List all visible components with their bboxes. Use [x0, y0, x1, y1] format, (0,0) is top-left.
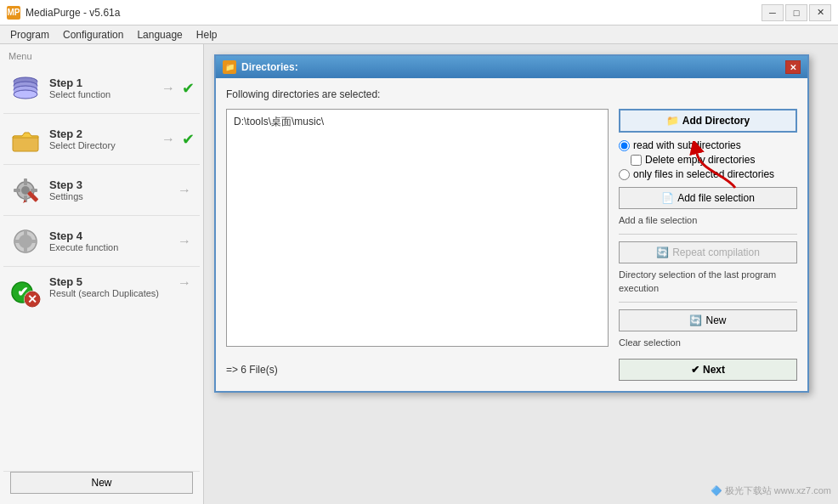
add-file-selection-helper: Add a file selection	[619, 214, 797, 227]
step4-text: Step 4 Execute function	[49, 229, 174, 252]
sidebar-new-button[interactable]: New	[10, 472, 193, 494]
refresh-icon: 🔄	[656, 246, 669, 258]
step1-text: Step 1 Select function	[49, 76, 158, 99]
menu-configuration[interactable]: Configuration	[56, 27, 130, 42]
svg-rect-10	[24, 178, 27, 185]
step1-title: Step 1	[49, 76, 158, 89]
step5-text: Step 5 Result (search Duplicates)	[49, 275, 174, 298]
next-button[interactable]: ✔ Next	[619, 359, 797, 381]
repeat-compilation-button[interactable]: 🔄 Repeat compilation	[619, 241, 797, 263]
step5-icon: ✔ ✕	[8, 275, 42, 309]
sidebar-item-step1[interactable]: Step 1 Select function → ✔	[3, 63, 200, 114]
menu-bar: Program Configuration Language Help	[0, 25, 838, 44]
step2-check: ✔	[182, 130, 195, 149]
step3-title: Step 3	[49, 178, 174, 191]
dialog-label: Following directories are selected:	[226, 88, 797, 100]
svg-text:✕: ✕	[27, 292, 37, 306]
close-button[interactable]: ✕	[809, 4, 831, 21]
sidebar-item-step4[interactable]: Step 4 Execute function →	[3, 216, 200, 267]
minimize-button[interactable]: ─	[762, 4, 784, 21]
right-panel: 📁 Add Directory read with subdirectories…	[619, 109, 797, 350]
svg-rect-13	[31, 189, 37, 192]
step3-subtitle: Settings	[49, 191, 174, 201]
step2-icon	[8, 122, 42, 156]
step2-title: Step 2	[49, 127, 158, 140]
watermark: 🔷 极光下载站 www.xz7.com	[711, 484, 831, 497]
svg-point-17	[19, 235, 32, 248]
dir-list-item: D:\tools\桌面\music\	[230, 113, 604, 131]
directories-dialog: 📁 Directories: ✕ Following directories a…	[214, 54, 809, 393]
new-helper: Clear selection	[619, 337, 797, 349]
radio-only-selected[interactable]: only files in selected directories	[619, 168, 797, 180]
step3-arrow: →	[178, 183, 191, 198]
window-controls: ─ □ ✕	[762, 4, 831, 21]
checkbox-delete-empty[interactable]: Delete empty directories	[619, 154, 797, 166]
dialog-close-button[interactable]: ✕	[785, 60, 801, 74]
file-count: => 6 File(s)	[226, 360, 278, 379]
step4-subtitle: Execute function	[49, 242, 174, 252]
add-file-selection-button[interactable]: 📄 Add file selection	[619, 187, 797, 209]
step5-title: Step 5	[49, 275, 174, 288]
svg-rect-18	[24, 229, 27, 235]
dialog-title: Directories:	[241, 61, 298, 73]
app-title: MediaPurge - v5.61a	[25, 7, 762, 19]
svg-rect-19	[24, 247, 27, 253]
step2-arrow: →	[161, 132, 175, 147]
app-icon: MP	[7, 6, 20, 20]
main-layout: Menu Step 1 Select function → ✔	[0, 44, 838, 504]
step2-text: Step 2 Select Directory	[49, 127, 158, 150]
step1-check: ✔	[182, 79, 195, 98]
svg-rect-12	[14, 189, 20, 192]
step1-subtitle: Select function	[49, 89, 158, 99]
step2-subtitle: Select Directory	[49, 140, 158, 150]
dialog-main-row: D:\tools\桌面\music\ 📁 Add Directory read …	[226, 109, 797, 350]
checkmark-icon: ✔	[691, 364, 699, 376]
sidebar-item-step3[interactable]: Step 3 Settings →	[3, 165, 200, 216]
step3-text: Step 3 Settings	[49, 178, 174, 201]
menu-program[interactable]: Program	[3, 27, 56, 42]
sidebar: Menu Step 1 Select function → ✔	[0, 44, 204, 504]
svg-rect-20	[14, 240, 20, 243]
dialog-body: Following directories are selected: D:\t…	[216, 78, 807, 391]
sidebar-menu-label: Menu	[3, 48, 200, 63]
step1-arrow: →	[161, 81, 175, 96]
step1-icon	[8, 71, 42, 105]
directory-list[interactable]: D:\tools\桌面\music\	[226, 109, 609, 347]
separator1	[619, 234, 797, 235]
step4-title: Step 4	[49, 229, 174, 242]
add-directory-button[interactable]: 📁 Add Directory	[619, 109, 797, 133]
content-area: 📁 Directories: ✕ Following directories a…	[204, 44, 838, 504]
repeat-compilation-helper: Directory selection of the last program …	[619, 269, 797, 295]
new-button[interactable]: 🔄 New	[619, 309, 797, 331]
radio-group: read with subdirectories Delete empty di…	[619, 138, 797, 182]
menu-help[interactable]: Help	[190, 27, 224, 42]
menu-language[interactable]: Language	[130, 27, 189, 42]
new-icon: 🔄	[689, 314, 702, 326]
file-add-icon: 📄	[661, 192, 674, 204]
radio-subdirectories[interactable]: read with subdirectories	[619, 139, 797, 151]
svg-point-6	[14, 90, 37, 99]
sidebar-item-step5[interactable]: ✔ ✕ Step 5 Result (search Duplicates) →	[3, 267, 200, 472]
maximize-button[interactable]: □	[785, 4, 807, 21]
step5-subtitle: Result (search Duplicates)	[49, 288, 174, 298]
step3-icon	[8, 173, 42, 207]
dialog-title-bar: 📁 Directories: ✕	[216, 56, 807, 78]
svg-rect-7	[13, 136, 38, 151]
svg-rect-21	[31, 240, 37, 243]
step5-arrow: →	[178, 275, 191, 291]
separator2	[619, 302, 797, 303]
title-bar: MP MediaPurge - v5.61a ─ □ ✕	[0, 0, 838, 25]
folder-add-icon: 📁	[666, 115, 679, 127]
dialog-icon: 📁	[223, 60, 236, 74]
step4-icon	[8, 224, 42, 258]
step4-arrow: →	[178, 234, 191, 249]
sidebar-item-step2[interactable]: Step 2 Select Directory → ✔	[3, 114, 200, 165]
